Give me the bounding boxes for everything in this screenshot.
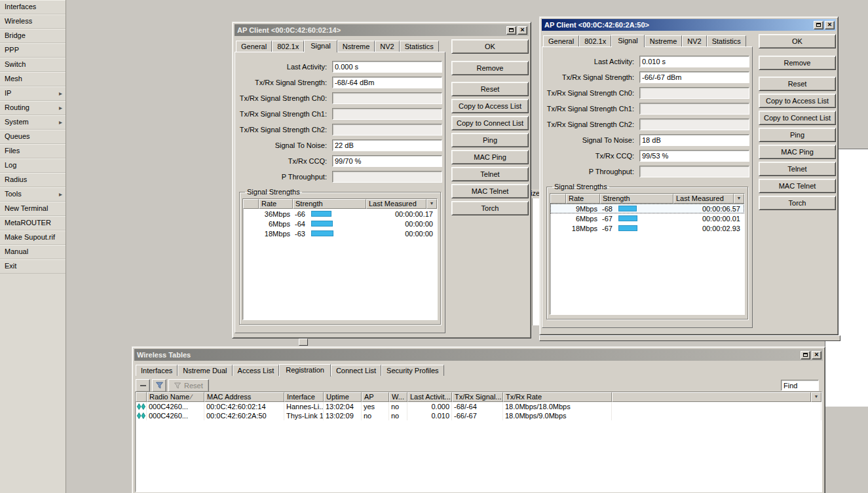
header-radio-name[interactable]: Radio Name∕ xyxy=(147,392,204,402)
sidebar-item-wireless[interactable]: Wireless xyxy=(0,14,66,29)
column-menu-button[interactable]: ▼ xyxy=(811,392,821,402)
signal-rate-row[interactable]: 18Mbps -67 00:00:02.93 xyxy=(550,223,744,233)
dialog-titlebar[interactable]: AP Client <00:0C:42:60:02:14> × xyxy=(235,24,529,36)
txrx-ch0-field[interactable] xyxy=(639,87,749,99)
restore-button[interactable] xyxy=(814,21,823,29)
close-button[interactable]: × xyxy=(518,26,527,35)
signal-to-noise-field[interactable] xyxy=(639,134,749,146)
sidebar-item-mesh[interactable]: Mesh xyxy=(0,72,66,86)
tab-statistics[interactable]: Statistics xyxy=(707,35,746,46)
remove-entry-button[interactable] xyxy=(136,379,150,392)
txrx-signal-strength-field[interactable] xyxy=(639,71,749,83)
ok-button[interactable]: OK xyxy=(451,39,529,54)
sidebar-item-interfaces[interactable]: Interfaces xyxy=(0,0,66,14)
header-strength[interactable]: Strength xyxy=(600,194,673,204)
dialog-titlebar[interactable]: AP Client <00:0C:42:60:2A:50> × xyxy=(542,19,836,31)
txrx-ccq-field[interactable] xyxy=(332,155,442,167)
header-ap[interactable]: AP xyxy=(362,392,389,402)
sidebar-item-exit[interactable]: Exit xyxy=(0,259,66,274)
header-rate[interactable]: Rate xyxy=(259,199,293,209)
header-last-activity[interactable]: Last Activit... xyxy=(407,392,452,402)
reset-button[interactable]: Reset xyxy=(759,77,836,91)
ok-button[interactable]: OK xyxy=(759,34,836,48)
header-wds[interactable]: W... xyxy=(389,392,407,402)
restore-button[interactable] xyxy=(801,351,810,359)
mac-telnet-button[interactable]: MAC Telnet xyxy=(451,184,529,198)
header-last-measured[interactable]: Last Measured xyxy=(673,194,734,204)
reset-button[interactable]: Reset xyxy=(451,82,529,96)
tab-connect-list[interactable]: Connect List xyxy=(331,365,381,376)
mac-ping-button[interactable]: MAC Ping xyxy=(451,150,529,164)
torch-button[interactable]: Torch xyxy=(759,196,836,210)
sidebar-item-system[interactable]: System▸ xyxy=(0,115,66,130)
header-interface[interactable]: Interface xyxy=(284,392,324,402)
remove-button[interactable]: Remove xyxy=(451,61,529,75)
registration-row[interactable]: 000C4260... 00:0C:42:60:02:14 Hannes-Li.… xyxy=(136,402,821,411)
header-uptime[interactable]: Uptime xyxy=(324,392,362,402)
copy-to-access-list-button[interactable]: Copy to Access List xyxy=(759,94,836,108)
signal-rate-row[interactable]: 9Mbps -68 00:00:06.57 xyxy=(550,204,744,213)
sidebar-item-routing[interactable]: Routing▸ xyxy=(0,101,66,115)
sidebar-item-files[interactable]: Files xyxy=(0,144,66,158)
tab-8021x[interactable]: 802.1x xyxy=(272,41,304,52)
signal-rate-row[interactable]: 6Mbps -64 00:00:00 xyxy=(243,219,437,228)
find-input[interactable] xyxy=(781,380,819,391)
txrx-ccq-field[interactable] xyxy=(639,150,749,162)
restore-button[interactable] xyxy=(506,26,516,35)
column-menu-button[interactable]: ▼ xyxy=(426,199,437,209)
close-button[interactable]: × xyxy=(812,351,821,359)
torch-button[interactable]: Torch xyxy=(451,201,529,215)
sidebar-item-tools[interactable]: Tools▸ xyxy=(0,187,66,202)
tab-general[interactable]: General xyxy=(236,41,272,52)
tab-statistics[interactable]: Statistics xyxy=(400,41,439,52)
txrx-ch2-field[interactable] xyxy=(332,124,442,136)
sidebar-item-radius[interactable]: Radius xyxy=(0,173,66,187)
sidebar-item-log[interactable]: Log xyxy=(0,158,66,173)
p-throughput-field[interactable] xyxy=(332,171,442,183)
filter-button[interactable] xyxy=(152,379,166,392)
column-menu-button[interactable]: ▼ xyxy=(734,194,744,204)
signal-rate-row[interactable]: 36Mbps -66 00:00:00.17 xyxy=(243,209,437,219)
copy-to-connect-list-button[interactable]: Copy to Connect List xyxy=(451,116,529,130)
sidebar-item-make-supout[interactable]: Make Supout.rif xyxy=(0,230,66,245)
tab-nv2[interactable]: NV2 xyxy=(375,41,399,52)
registration-row[interactable]: 000C4260... 00:0C:42:60:2A:50 Thys-Link … xyxy=(136,411,821,420)
header-txrx-signal[interactable]: Tx/Rx Signal... xyxy=(452,392,503,402)
telnet-button[interactable]: Telnet xyxy=(759,162,836,176)
sidebar-item-ppp[interactable]: PPP xyxy=(0,43,66,58)
sidebar-item-metarouter[interactable]: MetaROUTER xyxy=(0,216,66,230)
sidebar-item-manual[interactable]: Manual xyxy=(0,245,66,259)
reset-filter-button[interactable]: Reset xyxy=(168,379,209,392)
sidebar-item-bridge[interactable]: Bridge xyxy=(0,29,66,43)
tab-security-profiles[interactable]: Security Profiles xyxy=(381,365,443,376)
header-rate[interactable]: Rate xyxy=(566,194,600,204)
mac-telnet-button[interactable]: MAC Telnet xyxy=(759,179,836,193)
remove-button[interactable]: Remove xyxy=(759,56,836,70)
txrx-ch1-field[interactable] xyxy=(639,103,749,115)
tab-nstreme[interactable]: Nstreme xyxy=(645,35,683,46)
copy-to-access-list-button[interactable]: Copy to Access List xyxy=(451,99,529,113)
txrx-ch0-field[interactable] xyxy=(332,92,442,104)
signal-to-noise-field[interactable] xyxy=(332,139,442,151)
tab-8021x[interactable]: 802.1x xyxy=(579,35,611,46)
txrx-ch2-field[interactable] xyxy=(639,119,749,130)
mac-ping-button[interactable]: MAC Ping xyxy=(759,145,836,159)
header-last-measured[interactable]: Last Measured xyxy=(366,199,426,209)
close-button[interactable]: × xyxy=(825,21,835,29)
signal-rate-row[interactable]: 6Mbps -67 00:00:00.01 xyxy=(550,213,744,223)
tab-interfaces[interactable]: Interfaces xyxy=(136,365,178,376)
last-activity-field[interactable] xyxy=(639,56,749,67)
tab-signal[interactable]: Signal xyxy=(611,35,645,47)
tab-nv2[interactable]: NV2 xyxy=(682,35,706,46)
signal-rate-row[interactable]: 18Mbps -63 00:00:00 xyxy=(243,228,437,238)
sidebar-item-switch[interactable]: Switch xyxy=(0,58,66,72)
tab-signal[interactable]: Signal xyxy=(304,40,337,52)
txrx-ch1-field[interactable] xyxy=(332,108,442,120)
tab-nstreme[interactable]: Nstreme xyxy=(337,41,375,52)
telnet-button[interactable]: Telnet xyxy=(451,167,529,181)
copy-to-connect-list-button[interactable]: Copy to Connect List xyxy=(759,111,836,125)
header-mac-address[interactable]: MAC Address xyxy=(204,392,284,402)
txrx-signal-strength-field[interactable] xyxy=(332,77,442,88)
tab-registration[interactable]: Registration xyxy=(279,364,331,376)
header-txrx-rate[interactable]: Tx/Rx Rate xyxy=(503,392,612,402)
